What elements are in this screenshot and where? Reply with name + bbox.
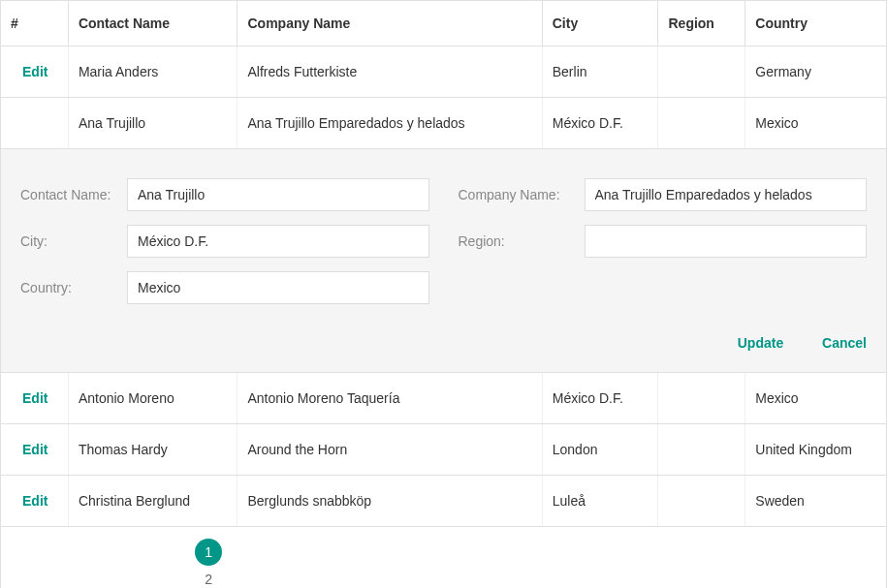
column-header-row: # Contact Name Company Name City Region … [1, 1, 886, 46]
table-row: EditMaria AndersAlfreds FutterkisteBerli… [1, 46, 886, 98]
pager-nav: ‹ 12345678910 › [175, 539, 242, 588]
cell-action: Edit [1, 424, 69, 475]
header-region[interactable]: Region [658, 1, 745, 46]
cell-region [658, 98, 745, 148]
cell-region [658, 476, 745, 526]
header-action[interactable]: # [1, 1, 69, 46]
cell-company: Berglunds snabbköp [238, 476, 542, 526]
cell-contact: Ana Trujillo [69, 98, 238, 148]
input-contact[interactable] [127, 178, 429, 211]
label-city: City: [20, 233, 127, 249]
data-grid: # Contact Name Company Name City Region … [0, 0, 887, 588]
header-city[interactable]: City [543, 1, 659, 46]
pager-page-2[interactable]: 2 [195, 566, 222, 588]
edit-link[interactable]: Edit [11, 390, 48, 406]
cell-city: London [543, 424, 659, 475]
label-company: Company Name: [459, 187, 585, 202]
label-country: Country: [20, 280, 127, 295]
cell-action: Edit [1, 476, 69, 526]
table-row: EditThomas HardyAround the HornLondonUni… [1, 424, 886, 476]
cell-company: Around the Horn [238, 424, 542, 475]
input-city[interactable] [127, 225, 429, 258]
cell-action: Edit [1, 373, 69, 423]
update-button[interactable]: Update [738, 335, 783, 351]
label-region: Region: [459, 233, 585, 249]
table-row: Ana TrujilloAna Trujillo Emparedados y h… [1, 98, 886, 149]
edit-link[interactable]: Edit [11, 64, 48, 79]
cell-country: Mexico [745, 98, 886, 148]
label-contact: Contact Name: [20, 187, 127, 202]
cell-contact: Antonio Moreno [69, 373, 238, 423]
cell-action: Edit [1, 46, 69, 97]
cell-city: Luleå [543, 476, 659, 526]
cell-country: Mexico [745, 373, 886, 423]
cell-contact: Thomas Hardy [69, 424, 238, 475]
cell-city: México D.F. [543, 373, 659, 423]
pager: Page 1 of 10 (91 items) ‹ 12345678910 › … [1, 527, 886, 588]
cell-country: United Kingdom [745, 424, 886, 475]
header-contact[interactable]: Contact Name [69, 1, 238, 46]
cell-country: Germany [745, 46, 886, 97]
edit-form-panel: Contact Name: City: Country: Company Nam… [1, 149, 886, 373]
cell-company: Antonio Moreno Taquería [238, 373, 542, 423]
cell-country: Sweden [745, 476, 886, 526]
cell-company: Alfreds Futterkiste [238, 46, 542, 97]
cell-action [1, 98, 69, 148]
cancel-button[interactable]: Cancel [822, 335, 867, 351]
cell-contact: Christina Berglund [69, 476, 238, 526]
cell-company: Ana Trujillo Emparedados y helados [238, 98, 542, 148]
input-company[interactable] [585, 178, 868, 211]
header-company[interactable]: Company Name [238, 1, 542, 46]
cell-city: México D.F. [543, 98, 659, 148]
edit-link[interactable]: Edit [11, 442, 48, 457]
header-country[interactable]: Country [745, 1, 886, 46]
pager-page-1[interactable]: 1 [195, 539, 222, 566]
cell-region [658, 424, 745, 475]
table-row: EditAntonio MorenoAntonio Moreno Taquerí… [1, 373, 886, 424]
cell-city: Berlin [543, 46, 659, 97]
cell-region [658, 46, 745, 97]
input-country[interactable] [127, 271, 429, 304]
cell-contact: Maria Anders [69, 46, 238, 97]
table-row: EditChristina BerglundBerglunds snabbköp… [1, 476, 886, 527]
edit-link[interactable]: Edit [11, 493, 48, 509]
cell-region [658, 373, 745, 423]
input-region[interactable] [585, 225, 868, 258]
